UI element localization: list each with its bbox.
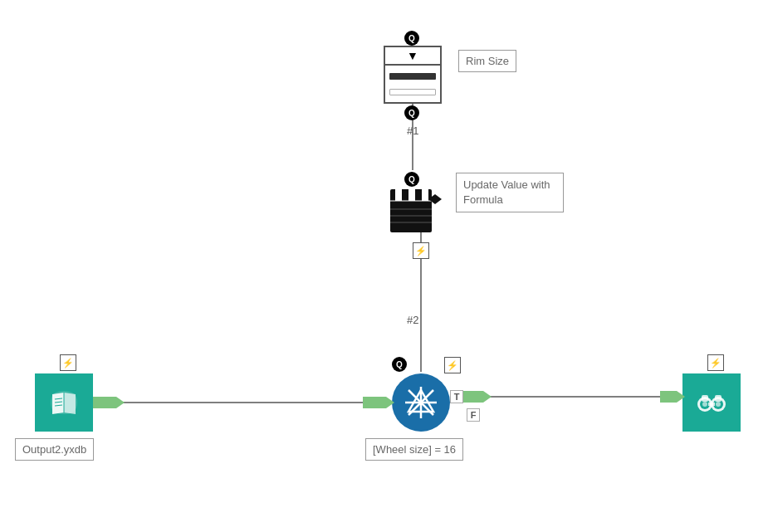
input-tool[interactable] (35, 373, 93, 432)
filter-q-badge: Q (392, 357, 407, 372)
select-q-badge-top: Q (404, 31, 419, 46)
update-value-label: Update Value with Formula (456, 173, 564, 212)
svg-point-25 (702, 402, 707, 407)
svg-rect-31 (715, 395, 722, 402)
svg-rect-8 (408, 189, 415, 201)
filter-false-label: F (467, 408, 480, 422)
browse-tool[interactable] (682, 373, 741, 432)
svg-rect-5 (390, 198, 432, 232)
filter-condition-label: [Wheel size] = 16 (365, 438, 463, 461)
dropdown-line-dark (389, 73, 436, 80)
filter-tool[interactable] (392, 373, 450, 432)
svg-point-28 (716, 402, 721, 407)
dropdown-line-light (389, 89, 436, 95)
node-id-2: #2 (407, 314, 418, 326)
select-q-badge-bottom: Q (404, 105, 419, 120)
svg-rect-29 (708, 403, 715, 406)
input-output-arrow (93, 397, 116, 408)
filter-true-output-arrow (463, 391, 483, 403)
filter-lightning-badge: ⚡ (444, 357, 461, 373)
browse-lightning-badge: ⚡ (707, 354, 724, 371)
dropdown-body (385, 66, 440, 102)
formula-q-badge: Q (404, 172, 419, 187)
dropdown-header: ▼ (385, 47, 440, 66)
output-file-label: Output2.yxdb (15, 438, 94, 461)
node-id-1: #1 (407, 124, 418, 137)
svg-rect-9 (422, 189, 428, 201)
rim-size-label: Rim Size (458, 50, 516, 72)
formula-tool[interactable] (384, 183, 442, 239)
svg-rect-7 (395, 189, 402, 201)
formula-lightning-badge: ⚡ (413, 242, 429, 259)
input-lightning-badge: ⚡ (60, 354, 76, 371)
filter-true-label: T (450, 390, 463, 403)
browse-input-arrow (660, 391, 677, 403)
select-tool[interactable]: ▼ (384, 46, 442, 104)
filter-input-arrow (363, 397, 386, 408)
svg-rect-30 (702, 395, 708, 402)
